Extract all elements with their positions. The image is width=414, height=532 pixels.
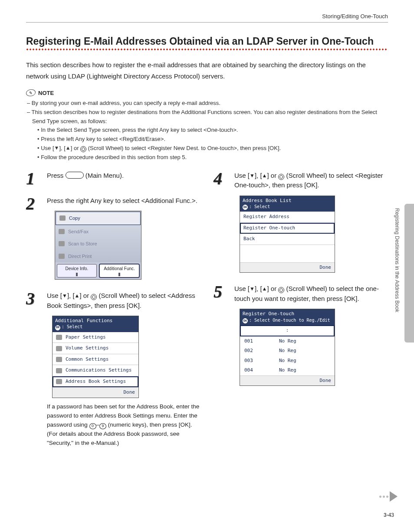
key-9-icon: 9 xyxy=(99,423,106,429)
step-3: 3 Use [▼], [▲] or (Scroll Wheel) to sele… xyxy=(26,291,200,453)
page-number: 3-43 xyxy=(384,512,394,518)
note-sub-item: Press the left Any key to select <Reg/Ed… xyxy=(41,136,165,142)
step-number: 1 xyxy=(26,171,41,186)
scroll-wheel-icon xyxy=(278,287,284,293)
note-label: NOTE xyxy=(38,90,54,96)
step-text: Use [▼], [▲] or (Scroll Wheel) to select… xyxy=(234,284,388,304)
list-item: 001No Reg xyxy=(240,336,335,346)
step-number: 3 xyxy=(26,291,41,307)
tab-additional-func: Additional Func. xyxy=(99,264,139,277)
note-header: ✎ NOTE xyxy=(26,89,388,96)
send-icon xyxy=(59,229,65,234)
step-aftertext: If a password has been set for the Addre… xyxy=(47,402,200,448)
paper-icon xyxy=(56,335,62,340)
screen-title: Register One-touch xyxy=(243,311,332,317)
screen-row: Back xyxy=(240,234,335,245)
screen-row: Volume Settings xyxy=(66,345,108,352)
comm-icon xyxy=(56,368,62,373)
note-sub-item: Follow the procedure described in this s… xyxy=(41,154,187,160)
screen-footer: Done xyxy=(240,262,335,273)
device-screen: Additional FunctionsOK: Select Paper Set… xyxy=(52,316,139,398)
screen-row: Scan to Store xyxy=(68,240,97,248)
list-item: 002No Reg xyxy=(240,346,335,356)
next-page-arrow-icon xyxy=(379,491,398,502)
book-icon xyxy=(56,379,62,384)
list-item: 004No Reg xyxy=(240,366,335,375)
screen-subtitle: : Select xyxy=(62,324,82,329)
screen-header-row: : xyxy=(240,325,335,336)
step-number: 2 xyxy=(26,196,41,212)
common-icon xyxy=(56,357,62,362)
note-sub-item: Use [▼], [▲] or (Scroll Wheel) to select… xyxy=(41,145,281,151)
screen-row: Register One-touch xyxy=(240,223,335,234)
scan-icon xyxy=(59,241,65,246)
scroll-wheel-icon xyxy=(278,174,284,180)
scroll-wheel-icon xyxy=(80,146,86,152)
tab-device-info: Device Info. xyxy=(57,264,97,277)
screen-footer: Done xyxy=(240,375,335,386)
header-breadcrumb: Storing/Editing One-Touch xyxy=(26,13,388,23)
screen-title: Address Book List xyxy=(243,198,332,204)
screen-row: Register Address xyxy=(240,212,335,223)
step-text: Press the right Any key to select <Addit… xyxy=(47,196,200,206)
screen-subtitle: : Select One-touch to Reg./Edit xyxy=(249,318,330,323)
step-text: Press xyxy=(47,172,66,179)
step-1: 1 Press (Main Menu). xyxy=(26,171,200,186)
screen-title: Additional Functions xyxy=(55,318,136,324)
device-screen: Register One-touchOK: Select One-touch t… xyxy=(240,309,335,386)
screen-row: Address Book Settings xyxy=(66,378,126,385)
step-text: Use [▼], [▲] or (Scroll Wheel) to select… xyxy=(234,171,388,190)
screen-subtitle: : Select xyxy=(249,204,270,209)
step-number: 4 xyxy=(214,171,228,186)
page-title: Registering E-Mail Addresses Obtained vi… xyxy=(26,36,388,47)
step-2: 2 Press the right Any key to select <Add… xyxy=(26,196,200,282)
scroll-wheel-icon xyxy=(91,294,97,300)
screen-footer: Done xyxy=(53,387,138,398)
screen-row: Communications Settings xyxy=(66,367,131,374)
device-screen: Copy Send/Fax Scan to Store Direct Print… xyxy=(55,211,141,280)
screen-row: Copy xyxy=(69,215,80,222)
title-underline xyxy=(26,48,388,51)
copy-icon xyxy=(59,215,66,221)
main-menu-key-icon xyxy=(66,172,84,179)
step-text: Use [▼], [▲] or (Scroll Wheel) to select… xyxy=(47,291,200,310)
step-5: 5 Use [▼], [▲] or (Scroll Wheel) to sele… xyxy=(214,284,388,388)
side-section-label: Registering Destinations in the Address … xyxy=(394,208,400,312)
key-0-icon: 0 xyxy=(89,423,96,429)
note-item: This section describes how to register d… xyxy=(32,109,377,124)
screen-row: Direct Print xyxy=(68,253,92,260)
step-text: (Main Menu). xyxy=(84,172,124,179)
note-list: – By storing your own e-mail address, yo… xyxy=(26,99,388,162)
print-icon xyxy=(59,254,65,259)
screen-row: Common Settings xyxy=(66,356,108,363)
intro-text: This section describes how to register t… xyxy=(26,59,388,82)
device-screen: Address Book ListOK: Select Register Add… xyxy=(240,196,335,273)
note-item: By storing your own e-mail address, you … xyxy=(32,100,220,106)
screen-row: Send/Fax xyxy=(68,228,89,235)
list-item: 003No Reg xyxy=(240,356,335,366)
step-number: 5 xyxy=(214,284,228,300)
note-icon: ✎ xyxy=(26,89,36,96)
side-tab xyxy=(404,204,414,343)
volume-icon xyxy=(56,346,62,351)
step-4: 4 Use [▼], [▲] or (Scroll Wheel) to sele… xyxy=(214,171,388,275)
note-sub-item: In the Select Send Type screen, press th… xyxy=(41,127,238,133)
screen-row: Paper Settings xyxy=(66,334,106,341)
